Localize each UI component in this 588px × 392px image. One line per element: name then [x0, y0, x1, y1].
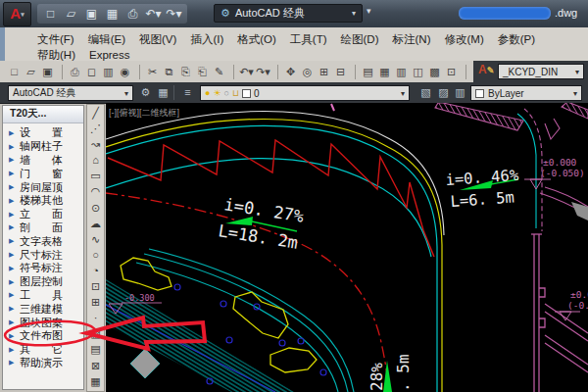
match-properties-icon[interactable]: ✎ — [211, 63, 227, 80]
redo-icon[interactable]: ↷▾ — [255, 63, 271, 80]
elevation-marker-1: ±0.000 (-0.050) — [524, 157, 585, 189]
paste-icon[interactable]: ⎘ — [177, 63, 194, 80]
text-style-dropdown[interactable]: _KCYD_DIN ▾ — [498, 64, 584, 79]
hatch-icon[interactable]: ▨ — [87, 325, 104, 341]
make-object-layer-current-button[interactable]: ▧ — [417, 84, 434, 101]
new-file-icon[interactable]: □ — [41, 5, 60, 23]
sidebar-item-section[interactable]: ▶ 剖 面 — [3, 221, 83, 235]
properties-icon[interactable]: ▤ — [360, 63, 376, 80]
sidebar-item-settings[interactable]: ▶ 设 置 — [3, 126, 83, 140]
toolbar-separator — [58, 65, 63, 79]
zoom-realtime-icon[interactable]: ◎ — [299, 63, 316, 80]
table-icon[interactable]: ▦ — [87, 373, 104, 389]
sidebar-item-help-demo[interactable]: ▶ 帮助演示 — [3, 357, 83, 370]
pan-icon[interactable]: ✥ — [282, 63, 299, 80]
chevron-down-icon: ▾ — [352, 9, 356, 18]
paste-special-icon[interactable]: ⎗ — [194, 63, 211, 80]
sidebar-item-elevation[interactable]: ▶ 立 面 — [3, 208, 83, 221]
3d-dwf-icon[interactable]: ◉ — [117, 63, 133, 80]
make-block-icon[interactable]: ⊞ — [87, 294, 104, 310]
sheet-set-manager-icon[interactable]: ◫ — [410, 63, 426, 80]
autocad-logo-button[interactable]: A▾ — [3, 2, 31, 26]
layer-lock-icon: ⊔ — [232, 86, 239, 100]
sidebar-item-stairs-other[interactable]: ▶ 楼梯其他 — [3, 194, 83, 208]
layer-properties-button[interactable]: ≡ — [179, 84, 196, 101]
toolbar-separator — [462, 65, 466, 79]
spline-icon[interactable]: ∿ — [87, 231, 104, 247]
item-arrow-icon: ▶ — [9, 170, 20, 177]
circle-icon[interactable]: ⊙ — [87, 200, 104, 216]
gradient-icon[interactable]: ▤ — [87, 341, 104, 357]
rectangle-icon[interactable]: ▭ — [87, 168, 104, 183]
slope-annotation-3: 28% . 5m — [368, 354, 413, 392]
drawing-canvas[interactable]: i=0. 27% L=18. 2m i=0. 46% L=6. 5m 28% .… — [106, 103, 588, 392]
polyline-icon[interactable]: ↝ — [87, 136, 104, 152]
sidebar-item-3d-modeling[interactable]: ▶ 三维建模 — [3, 302, 83, 316]
color-dropdown[interactable]: ByLayer ▾ — [470, 85, 582, 101]
new-icon[interactable]: □ — [6, 63, 23, 80]
sidebar-item-file-layout[interactable]: ▶ 文件布图 — [3, 329, 83, 343]
save-icon[interactable]: ▣ — [39, 63, 56, 80]
sidebar-item-block-pattern[interactable]: ▶ 图块图案 — [3, 316, 83, 329]
menu-express[interactable]: Express — [89, 49, 130, 61]
workspace-switcher[interactable]: ⚙ AutoCAD 经典 ▾ — [214, 4, 363, 23]
open-icon[interactable]: ▱ — [23, 63, 39, 80]
polygon-icon[interactable]: ⌂ — [87, 152, 104, 168]
sidebar-panel-title[interactable]: T20天... — [3, 106, 83, 123]
layer-states-icon: ▥ — [455, 86, 465, 98]
sidebar-item-tools[interactable]: ▶ 工 具 — [3, 289, 83, 303]
zoom-window-icon[interactable]: ⊞ — [316, 63, 332, 80]
sidebar-item-dimension[interactable]: ▶ 尺寸标注 — [3, 248, 83, 262]
copy-icon[interactable]: ⧉ — [161, 63, 177, 80]
construction-line-icon[interactable]: ⋰ — [87, 121, 104, 136]
draw-toolbar: ╱⋰↝⌂▭◠⊙☁∿○◔⊡⊞·▨▤⊠▦ — [86, 104, 105, 392]
save-as-icon[interactable]: ▦ — [103, 5, 122, 23]
sidebar-item-room-roof[interactable]: ▶ 房间屋顶 — [3, 180, 83, 194]
svg-text:±0.000: ±0.000 — [570, 289, 588, 300]
point-icon[interactable]: · — [87, 310, 104, 325]
redo-icon[interactable]: ↷▾ — [165, 5, 183, 23]
workspace-settings-button[interactable]: ▦ — [155, 84, 172, 101]
open-file-icon[interactable]: ▱ — [62, 5, 80, 23]
sidebar-item-text-table[interactable]: ▶ 文字表格 — [3, 234, 83, 248]
svg-text:-0.300: -0.300 — [124, 293, 155, 303]
sidebar-item-wall[interactable]: ▶ 墙 体 — [3, 154, 83, 168]
sidebar-item-door-window[interactable]: ▶ 门 窗 — [3, 167, 83, 180]
qat-menu-caret[interactable]: ▾ — [367, 6, 371, 16]
design-center-icon[interactable]: ▦ — [376, 63, 393, 80]
sidebar-item-others[interactable]: ▶ 其 它 — [3, 343, 83, 357]
viewport-label: [-][俯视][二维线框] — [109, 108, 179, 118]
arc-icon[interactable]: ◠ — [87, 183, 104, 199]
tool-palettes-icon[interactable]: ▥ — [393, 63, 410, 80]
publish-icon[interactable]: ▥ — [100, 63, 117, 80]
sidebar-item-layer-control[interactable]: ▶ 图层控制 — [3, 275, 83, 289]
revision-cloud-icon[interactable]: ☁ — [87, 216, 104, 231]
layer-thaw-icon: ☀ — [213, 86, 220, 100]
workspace-gear-button[interactable]: ⚙ — [137, 84, 154, 101]
layer-previous-button[interactable]: ▨ — [435, 84, 452, 101]
region-icon[interactable]: ⊠ — [87, 358, 104, 373]
ellipse-arc-icon[interactable]: ◔ — [87, 263, 104, 278]
gear-icon: ⚙ — [141, 86, 151, 98]
layer-states-button[interactable]: ▥ — [452, 84, 468, 101]
plot-icon[interactable]: ⎙ — [67, 63, 83, 80]
workspace-settings-icon: ▦ — [158, 86, 168, 98]
utility-line — [106, 305, 275, 392]
markup-icon[interactable]: ▩ — [426, 63, 443, 80]
sidebar-item-axis-grid-column[interactable]: ▶ 轴网柱子 — [3, 140, 83, 154]
quick-calc-icon[interactable]: ⊡ — [443, 63, 460, 80]
undo-icon[interactable]: ↶▾ — [144, 5, 163, 23]
insert-block-icon[interactable]: ⊡ — [87, 278, 104, 294]
plot-preview-icon[interactable]: ◻ — [83, 63, 100, 80]
workspace-combo[interactable]: AutoCAD 经典 ▾ — [8, 85, 133, 101]
slope-annotation-1: i=0. 27% L=18. 2m — [217, 194, 305, 253]
print-icon[interactable]: ⎙ — [123, 5, 142, 23]
zoom-previous-icon[interactable]: ⊟ — [332, 63, 349, 80]
cut-icon[interactable]: ✂ — [144, 63, 161, 80]
save-icon[interactable]: ▣ — [82, 5, 101, 23]
line-icon[interactable]: ╱ — [87, 105, 104, 121]
undo-icon[interactable]: ↶▾ — [238, 63, 255, 80]
sidebar-item-symbol-annotation[interactable]: ▶ 符号标注 — [3, 262, 83, 275]
layer-dropdown[interactable]: ● ☀ ○ ⊔ 0 ▾ — [200, 85, 410, 101]
ellipse-icon[interactable]: ○ — [87, 247, 104, 263]
